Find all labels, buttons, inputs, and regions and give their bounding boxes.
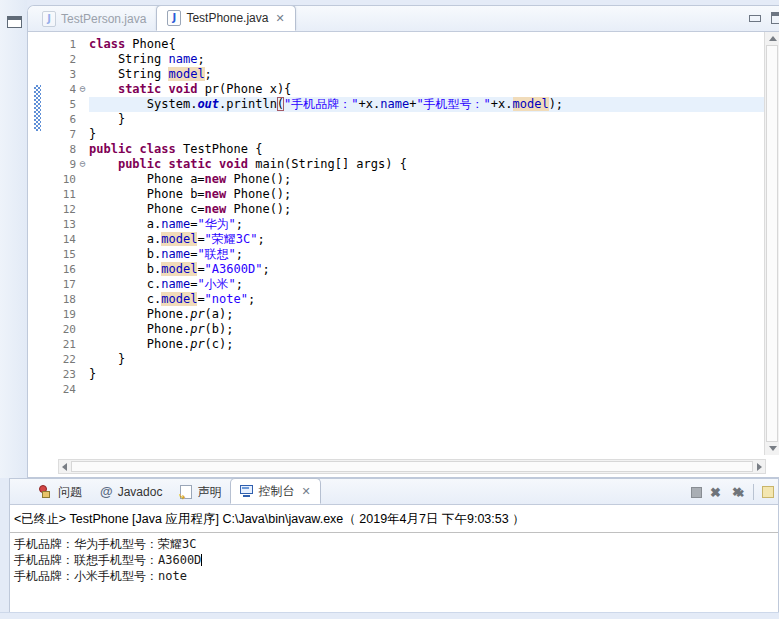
code-line[interactable]: 16 b.model="A3600D"; <box>42 262 764 277</box>
code-text: static void pr(Phone x){ <box>89 82 291 97</box>
line-number: 22 <box>42 352 76 367</box>
code-text: a.model="荣耀3C"; <box>89 232 265 247</box>
horizontal-scroll-thumb[interactable] <box>71 461 753 472</box>
view-tab-label: 控制台 <box>258 483 294 500</box>
code-line[interactable]: 22 } <box>42 352 764 367</box>
fold-ruler <box>76 277 89 292</box>
console-view-tab-declaration[interactable]: 声明 <box>171 480 230 504</box>
code-line[interactable]: 7} <box>42 127 764 142</box>
minimized-view-strip <box>0 0 27 478</box>
scroll-left-icon[interactable] <box>62 463 67 471</box>
code-text: b.model="A3600D"; <box>89 262 270 277</box>
code-text: Phone b=new Phone(); <box>89 187 291 202</box>
line-number: 11 <box>42 187 76 202</box>
scroll-up-icon[interactable] <box>769 36 777 41</box>
code-line[interactable]: 2 String name; <box>42 52 764 67</box>
eclipse-window: JTestPerson.javaJTestPhone.java✕ 1class … <box>0 0 779 619</box>
code-line[interactable]: 5 System.out.println("手机品牌："+x.name+"手机型… <box>42 97 764 112</box>
remove-all-launches-icon[interactable]: ✖✖ <box>729 485 745 499</box>
code-line[interactable]: 4⊖ static void pr(Phone x){ <box>42 82 764 97</box>
code-text: String model; <box>89 67 212 82</box>
console-view-tab-javadoc[interactable]: @Javadoc <box>91 480 171 504</box>
terminate-icon[interactable] <box>691 487 702 498</box>
code-line[interactable]: 13 a.name="华为"; <box>42 217 764 232</box>
close-icon[interactable]: ✕ <box>299 485 310 498</box>
view-tab-label: 问题 <box>58 484 82 501</box>
scroll-down-icon[interactable] <box>769 446 777 451</box>
code-text: public static void main(String[] args) { <box>89 157 407 172</box>
line-number: 4 <box>42 82 76 97</box>
code-text: Phone.pr(a); <box>89 307 234 322</box>
fold-ruler <box>76 112 89 127</box>
code-text: String name; <box>89 52 205 67</box>
java-file-icon: J <box>167 10 181 26</box>
line-number: 8 <box>42 142 76 157</box>
code-text: c.model="note"; <box>89 292 255 307</box>
fold-ruler <box>76 322 89 337</box>
scroll-right-icon[interactable] <box>757 463 762 471</box>
code-line[interactable]: 24 <box>42 382 764 397</box>
line-number: 5 <box>42 97 76 112</box>
pin-console-icon[interactable] <box>762 486 774 498</box>
maximize-icon[interactable] <box>771 12 779 24</box>
code-line[interactable]: 11 Phone b=new Phone(); <box>42 187 764 202</box>
fold-ruler <box>76 217 89 232</box>
console-view-tab-console[interactable]: 控制台✕ <box>230 478 320 504</box>
code-editor[interactable]: 1class Phone{2 String name;3 String mode… <box>28 32 764 455</box>
editor-horizontal-scrollbar[interactable] <box>58 459 766 474</box>
fold-ruler <box>76 307 89 322</box>
console-view-tab-problems[interactable]: 问题 <box>30 480 91 504</box>
code-line[interactable]: 19 Phone.pr(a); <box>42 307 764 322</box>
editor-tab-bar: JTestPerson.javaJTestPhone.java✕ <box>28 6 779 32</box>
fold-ruler <box>76 187 89 202</box>
line-number: 20 <box>42 322 76 337</box>
code-line[interactable]: 12 Phone c=new Phone(); <box>42 202 764 217</box>
code-line[interactable]: 3 String model; <box>42 67 764 82</box>
line-number: 13 <box>42 217 76 232</box>
code-text: } <box>89 127 96 142</box>
code-line[interactable]: 8public class TestPhone { <box>42 142 764 157</box>
console-tab-bar: 问题@Javadoc声明控制台✕ <box>10 479 778 505</box>
view-tab-label: 声明 <box>197 484 221 501</box>
code-line[interactable]: 23} <box>42 367 764 382</box>
editor-vertical-scrollbar[interactable] <box>764 32 779 455</box>
fold-collapse-icon[interactable]: ⊖ <box>76 157 89 172</box>
code-line[interactable]: 15 b.name="联想"; <box>42 247 764 262</box>
line-number: 3 <box>42 67 76 82</box>
close-icon[interactable]: ✕ <box>273 12 284 25</box>
line-number: 16 <box>42 262 76 277</box>
tab-label: TestPerson.java <box>61 12 146 26</box>
code-line[interactable]: 18 c.model="note"; <box>42 292 764 307</box>
console-pane: 问题@Javadoc声明控制台✕ ✖ ✖✖ <已终止> TestPhone [J… <box>9 478 779 613</box>
code-line[interactable]: 9⊖ public static void main(String[] args… <box>42 157 764 172</box>
java-file-icon: J <box>42 11 56 27</box>
code-line[interactable]: 21 Phone.pr(c); <box>42 337 764 352</box>
code-line[interactable]: 17 c.name="小米"; <box>42 277 764 292</box>
console-toolbar: ✖ ✖✖ <box>691 484 774 500</box>
fold-ruler <box>76 367 89 382</box>
fold-collapse-icon[interactable]: ⊖ <box>76 82 89 97</box>
fold-ruler <box>76 67 89 82</box>
fold-ruler <box>76 202 89 217</box>
editor-tab-testperson-java[interactable]: JTestPerson.java <box>32 7 156 31</box>
code-line[interactable]: 10 Phone a=new Phone(); <box>42 172 764 187</box>
console-output-area[interactable]: <已终止> TestPhone [Java 应用程序] C:\Java\bin\… <box>10 505 778 612</box>
javadoc-icon: @ <box>100 485 113 499</box>
console-output-line: 手机品牌：小米手机型号：note <box>14 568 774 584</box>
restore-view-icon[interactable] <box>7 16 22 28</box>
code-line[interactable]: 14 a.model="荣耀3C"; <box>42 232 764 247</box>
remove-launch-icon[interactable]: ✖ <box>710 486 721 499</box>
code-line[interactable]: 1class Phone{ <box>42 37 764 52</box>
console-process-header: <已终止> TestPhone [Java 应用程序] C:\Java\bin\… <box>10 505 778 533</box>
line-number: 10 <box>42 172 76 187</box>
editor-tab-testphone-java[interactable]: JTestPhone.java✕ <box>156 5 295 31</box>
minimize-icon[interactable] <box>749 15 761 22</box>
code-line[interactable]: 20 Phone.pr(b); <box>42 322 764 337</box>
code-text: Phone a=new Phone(); <box>89 172 291 187</box>
console-output-lines: 手机品牌：华为手机型号：荣耀3C手机品牌：联想手机型号：A3600D手机品牌：小… <box>10 533 778 587</box>
code-text: c.name="小米"; <box>89 277 243 292</box>
code-text: a.name="华为"; <box>89 217 243 232</box>
vertical-scroll-thumb[interactable] <box>766 45 778 442</box>
line-number: 24 <box>42 382 76 397</box>
code-line[interactable]: 6 } <box>42 112 764 127</box>
